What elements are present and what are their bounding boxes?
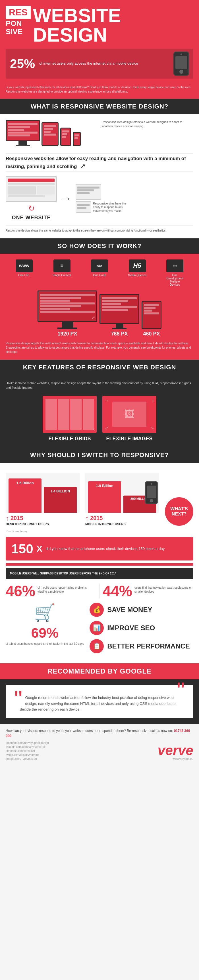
cart-benefits-row: 🛒 69% of tablet users have shopped on th… xyxy=(6,603,193,653)
hero-section: RES PONSIVE WEBSITEDESIGN 25% of interne… xyxy=(0,0,199,99)
how-icon-url: WWW One URL xyxy=(16,259,33,286)
section-header-why: WHY SHOULD I SWITCH TO RESPONSIVE? xyxy=(0,447,199,463)
hero-stat-text: of internet users only access the intern… xyxy=(39,61,169,66)
benefit-improve-seo: 📊 IMPROVE SEO xyxy=(90,621,193,635)
cta-text: How can your visitors respond to you if … xyxy=(6,728,193,738)
one-website-label: ONE WEBSITE xyxy=(12,215,51,221)
responsive-note-text: Responsive sites have the ability to res… xyxy=(93,202,130,213)
phone-icon-hero xyxy=(174,52,189,76)
cart-stat: 🛒 69% of tablet users have shopped on th… xyxy=(6,603,84,653)
how-works-section: WWW One URL ≡ Single Content </> One Cod… xyxy=(0,254,199,360)
flexible-images-feature: 🖼 ↔ ⤡ ↕ ⤢ FLEXIBLE IMAGES xyxy=(102,396,156,442)
res-box: RES PONSIVE xyxy=(6,6,31,36)
percent-46: 46% of mobile users report having proble… xyxy=(6,584,96,598)
bottom-desc-text: Responsive design allows the same websit… xyxy=(6,225,193,233)
website-design-title: WEBSITEDESIGN xyxy=(33,6,121,45)
percent-row: 46% of mobile users report having proble… xyxy=(6,584,193,598)
device-graphics xyxy=(6,120,98,149)
section-header-how: SO HOW DOES IT WORK? xyxy=(0,239,199,254)
res-text: RES xyxy=(9,7,28,18)
benefit-save-money: 💰 SAVE MONEY xyxy=(90,603,193,617)
responsive-desc-text: Responsive websites allow for easy readi… xyxy=(6,153,193,172)
arrow-right-icon: → xyxy=(61,192,71,205)
hero-desc: Is your website optimised effectively fo… xyxy=(6,83,193,96)
check-stat-block: 150 X did you know that smartphone users… xyxy=(6,537,193,560)
flexible-grids-label: FLEXIBLE GRIDS xyxy=(48,436,91,442)
one-website-block: ↻ ONE WEBSITE xyxy=(6,176,57,221)
footer-links: facebook.com/nerveyupnricdesign linkedin… xyxy=(6,741,49,760)
how-icon-media: H5 Media Queries xyxy=(128,259,147,286)
desktop-users: 1.6 Billion 1.4 BILLION ↑ 2015 DESKTOP I… xyxy=(6,473,80,526)
features-row: ↔ ⤡ FLEXIBLE GRIDS 🖼 ↔ ⤡ ↕ ⤢ FLEXIBLE IM… xyxy=(6,396,193,442)
verve-logo: verve xyxy=(158,744,193,757)
footer-section: How can your visitors respond to you if … xyxy=(0,724,199,765)
flexible-grids-feature: ↔ ⤡ FLEXIBLE GRIDS xyxy=(43,396,97,442)
mobile-users: 1.9 Billion 800 MILLION ↑ 2015 MOBILE IN… xyxy=(85,473,159,526)
ponsive-text: PONSIVE xyxy=(6,19,22,36)
key-features-section: Unlike isolated mobile websites, respons… xyxy=(0,375,199,447)
how-icon-code: </> One Code xyxy=(91,259,108,286)
devices-text-row: Responsive web design refers to a websit… xyxy=(6,120,193,149)
hero-percent: 25% xyxy=(10,57,35,71)
screen-460: 460 PX xyxy=(142,301,161,337)
how-icon-devices: ▭ One Development Multiple Devices xyxy=(166,259,183,286)
benefit-better-performance: 📋 BETTER PERFORMANCE xyxy=(90,639,193,653)
quote-block: " " Google recommends webmasters follow … xyxy=(6,685,193,718)
benefits-list: 💰 SAVE MONEY 📊 IMPROVE SEO 📋 BETTER PERF… xyxy=(90,603,193,653)
verve-logo-block: verve www.verveuk.eu xyxy=(158,744,193,760)
recommended-header: RECOMMENDED BY GOOGLE xyxy=(0,663,199,679)
what-is-desc: Responsive web design refers to a websit… xyxy=(102,120,194,149)
hero-stat-block: 25% of internet users only access the in… xyxy=(6,49,193,79)
screen-sizes-row: ⤢ 1920 PX 768 PX xyxy=(6,291,193,337)
responsive-devices-col: Responsive sites have the ability to res… xyxy=(76,184,130,213)
what-is-section: Responsive web design refers to a websit… xyxy=(0,114,199,239)
google-section: " " Google recommends webmasters follow … xyxy=(0,679,199,724)
hero-title-block: RES PONSIVE WEBSITEDESIGN xyxy=(6,6,193,45)
one-website-row: ↻ ONE WEBSITE → Responsive sites have th… xyxy=(6,176,193,221)
survey-note: *ComScore Survey xyxy=(6,530,193,533)
how-icons-row: WWW One URL ≡ Single Content </> One Cod… xyxy=(6,259,193,286)
percent-44: 44% users find that navigation was troub… xyxy=(103,584,193,598)
section-header-what-is: WHAT IS RESPONSIVE WEBSITE DESIGN? xyxy=(0,99,199,114)
flexible-images-label: FLEXIBLE IMAGES xyxy=(106,436,152,442)
key-features-desc: Unlike isolated mobile websites, respons… xyxy=(6,381,193,390)
section-header-features: KEY FEATURES OF RESPONSIVE WEB DESIGN xyxy=(0,360,199,375)
quote-text: Google recommends webmasters follow the … xyxy=(14,690,185,713)
user-stats-row: 1.6 Billion 1.4 BILLION ↑ 2015 DESKTOP I… xyxy=(6,473,193,526)
whats-next-box: WHAT'S NEXT? xyxy=(165,497,193,526)
quote-mark-open: " xyxy=(14,694,22,705)
footer-bottom: facebook.com/nerveyupnricdesign linkedin… xyxy=(6,741,193,760)
why-switch-section: 1.6 Billion 1.4 BILLION ↑ 2015 DESKTOP I… xyxy=(0,463,199,663)
how-icon-content: ≡ Single Content xyxy=(52,259,71,286)
how-desc-text: Responsive design targets the width of e… xyxy=(6,341,193,354)
screen-768: 768 PX xyxy=(100,294,139,337)
surpass-bar: MOBILE USERS WILL SURPASS DESKTOP USERS … xyxy=(6,568,193,579)
screen-1920: ⤢ 1920 PX xyxy=(38,291,97,337)
